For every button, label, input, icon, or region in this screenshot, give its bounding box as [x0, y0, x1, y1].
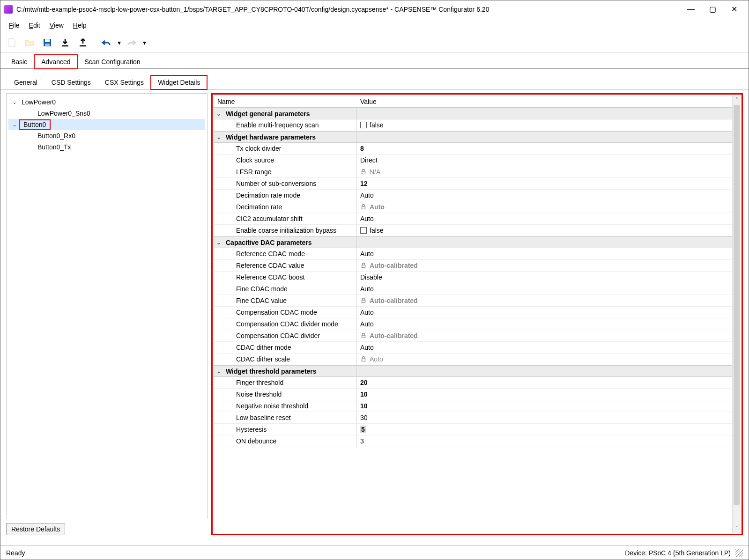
- scrollbar-thumb[interactable]: [734, 105, 740, 505]
- tree-node-button0[interactable]: ⌄Button0: [8, 119, 205, 130]
- param-coarse-init-bypass[interactable]: Enable coarse initialization bypassfalse: [214, 225, 732, 236]
- lock-icon: [360, 169, 367, 175]
- param-comp-cdac-divider[interactable]: Compensation CDAC dividerAuto-calibrated: [214, 330, 732, 342]
- param-ref-cdac-value[interactable]: Reference CDAC valueAuto-calibrated: [214, 260, 732, 272]
- param-multi-frequency[interactable]: Enable multi-frequency scanfalse: [214, 119, 732, 131]
- undo-icon[interactable]: [98, 34, 115, 51]
- new-file-icon[interactable]: [3, 34, 20, 51]
- menubar: File Edit View Help: [0, 18, 749, 32]
- section-widget-hardware[interactable]: ⌄Widget hardware parameters: [214, 131, 732, 143]
- tab-scan-configuration[interactable]: Scan Configuration: [78, 55, 148, 69]
- lock-icon: [360, 332, 367, 339]
- device-label: Device: PSoC 4 (5th Generation LP): [625, 549, 731, 557]
- param-ref-cdac-boost[interactable]: Reference CDAC boostDisable: [214, 272, 732, 283]
- param-negative-noise-threshold[interactable]: Negative noise threshold10: [214, 400, 732, 412]
- param-fine-cdac-mode[interactable]: Fine CDAC modeAuto: [214, 283, 732, 295]
- param-comp-cdac-mode[interactable]: Compensation CDAC modeAuto: [214, 307, 732, 318]
- section-widget-threshold[interactable]: ⌄Widget threshold parameters: [214, 365, 732, 377]
- redo-icon[interactable]: [123, 34, 140, 51]
- subtab-csd-settings[interactable]: CSD Settings: [44, 75, 98, 89]
- param-finger-threshold[interactable]: Finger threshold20: [214, 377, 732, 389]
- lock-icon: [360, 204, 367, 210]
- param-hysteresis[interactable]: Hysteresis5: [214, 424, 732, 435]
- section-widget-general[interactable]: ⌄Widget general parameters: [214, 108, 732, 119]
- vertical-scrollbar[interactable]: ˄ ˅: [732, 96, 741, 533]
- param-noise-threshold[interactable]: Noise threshold10: [214, 389, 732, 400]
- param-low-baseline-reset[interactable]: Low baseline reset30: [214, 412, 732, 424]
- tree-node-lowpower0[interactable]: ⌄LowPower0: [8, 96, 205, 108]
- separator: [0, 541, 749, 545]
- tree-node-lowpower0-sns0[interactable]: ·LowPower0_Sns0: [8, 108, 205, 119]
- menu-view[interactable]: View: [45, 20, 68, 31]
- param-fine-cdac-value[interactable]: Fine CDAC valueAuto-calibrated: [214, 295, 732, 307]
- widget-tree[interactable]: ⌄LowPower0 ·LowPower0_Sns0 ⌄Button0 ·But…: [6, 93, 208, 519]
- titlebar: C:/mtw/mtb-example-psoc4-msclp-low-power…: [0, 0, 749, 18]
- param-comp-cdac-div-mode[interactable]: Compensation CDAC divider modeAuto: [214, 318, 732, 330]
- tree-node-button0-rx0[interactable]: ·Button0_Rx0: [8, 130, 205, 141]
- app-icon: [4, 5, 13, 14]
- property-grid-body: ⌄Widget general parameters Enable multi-…: [214, 108, 732, 533]
- status-text: Ready: [6, 549, 25, 557]
- svg-rect-1: [45, 39, 50, 42]
- import-icon[interactable]: [57, 34, 74, 51]
- section-capacitive-dac[interactable]: ⌄Capacitive DAC parameters: [214, 236, 732, 248]
- property-grid-panel: Name Value ⌄Widget general parameters En…: [211, 93, 743, 535]
- subtab-widget-details[interactable]: Widget Details: [151, 75, 207, 89]
- toolbar: ▾ ▾: [0, 32, 749, 53]
- subtab-general[interactable]: General: [7, 75, 44, 89]
- minimize-button[interactable]: —: [680, 2, 702, 16]
- checkbox-icon[interactable]: [360, 227, 367, 234]
- param-decimation-rate[interactable]: Decimation rateAuto: [214, 201, 732, 213]
- maximize-button[interactable]: ▢: [702, 2, 723, 16]
- lock-icon: [360, 356, 367, 362]
- checkbox-icon[interactable]: [360, 122, 367, 128]
- property-grid-header: Name Value: [214, 96, 741, 108]
- close-button[interactable]: ✕: [723, 2, 745, 16]
- menu-edit[interactable]: Edit: [24, 20, 45, 31]
- main-tabs: Basic Advanced Scan Configuration: [0, 53, 749, 69]
- statusbar: Ready Device: PSoC 4 (5th Generation LP): [0, 545, 749, 560]
- param-on-debounce[interactable]: ON debounce3: [214, 435, 732, 447]
- tree-node-button0-tx[interactable]: ·Button0_Tx: [8, 141, 205, 153]
- column-header-value[interactable]: Value: [356, 98, 741, 105]
- menu-help[interactable]: Help: [68, 20, 91, 31]
- tab-advanced[interactable]: Advanced: [34, 55, 77, 69]
- param-tx-clock-divider[interactable]: Tx clock divider8: [214, 143, 732, 155]
- restore-defaults-button[interactable]: Restore Defaults: [6, 523, 65, 535]
- lock-icon: [360, 297, 367, 304]
- param-cic2-shift[interactable]: CIC2 accumulator shiftAuto: [214, 213, 732, 225]
- subtab-csx-settings[interactable]: CSX Settings: [98, 75, 151, 89]
- content-area: ⌄LowPower0 ·LowPower0_Sns0 ⌄Button0 ·But…: [0, 89, 749, 539]
- undo-dropdown-icon[interactable]: ▾: [116, 34, 122, 51]
- param-ref-cdac-mode[interactable]: Reference CDAC modeAuto: [214, 248, 732, 260]
- redo-dropdown-icon[interactable]: ▾: [141, 34, 148, 51]
- tab-basic[interactable]: Basic: [4, 55, 34, 69]
- scroll-down-icon[interactable]: ˅: [735, 524, 738, 533]
- param-decimation-mode[interactable]: Decimation rate modeAuto: [214, 190, 732, 201]
- window-title: C:/mtw/mtb-example-psoc4-msclp-low-power…: [16, 6, 680, 13]
- lock-icon: [360, 262, 367, 269]
- param-cdac-dither-mode[interactable]: CDAC dither modeAuto: [214, 342, 732, 354]
- save-icon[interactable]: [39, 34, 56, 51]
- scroll-up-icon[interactable]: ˄: [735, 96, 738, 104]
- param-lfsr-range[interactable]: LFSR rangeN/A: [214, 166, 732, 178]
- menu-file[interactable]: File: [4, 20, 24, 31]
- open-file-icon[interactable]: [21, 34, 38, 51]
- sub-tabs: General CSD Settings CSX Settings Widget…: [0, 74, 749, 89]
- resize-grip-icon[interactable]: [735, 549, 743, 557]
- param-sub-conversions[interactable]: Number of sub-conversions12: [214, 178, 732, 190]
- export-icon[interactable]: [74, 34, 91, 51]
- svg-rect-2: [45, 44, 50, 46]
- param-cdac-dither-scale[interactable]: CDAC dither scaleAuto: [214, 354, 732, 365]
- column-header-name[interactable]: Name: [214, 98, 356, 105]
- param-clock-source[interactable]: Clock sourceDirect: [214, 155, 732, 166]
